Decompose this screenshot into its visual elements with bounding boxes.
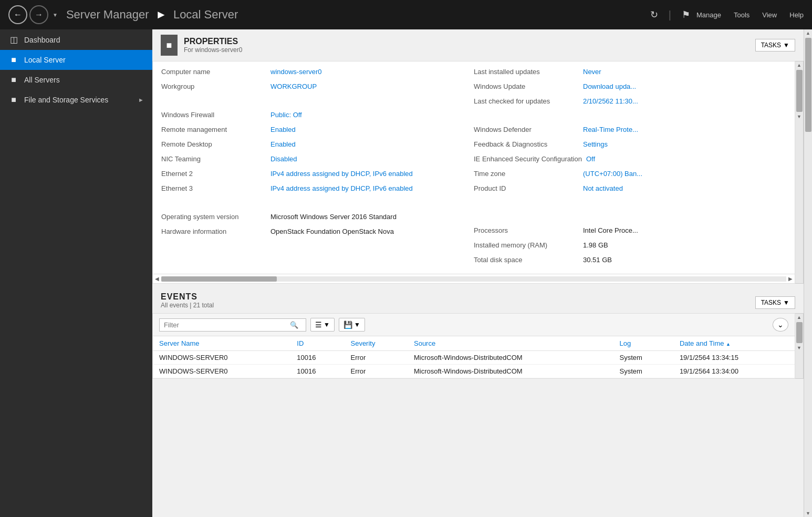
prop-label: Time zone	[474, 170, 579, 178]
events-tasks-button[interactable]: TASKS ▼	[755, 296, 795, 309]
table-row[interactable]: WINDOWS-SERVER0 10016 Error Microsoft-Wi…	[153, 351, 795, 365]
main-scroll-up-icon[interactable]: ▲	[805, 29, 811, 37]
prop-value[interactable]: Enabled	[270, 126, 296, 133]
events-v-scrollbar-thumb	[796, 322, 803, 343]
prop-value[interactable]: (UTC+07:00) Ban...	[583, 170, 642, 178]
prop-value[interactable]: Not activated	[583, 184, 623, 192]
col-label: Date and Time	[680, 339, 724, 347]
save-icon: 💾	[343, 320, 352, 329]
events-title: EVENTS	[161, 292, 214, 302]
prop-value[interactable]: Download upda...	[583, 82, 636, 90]
col-label: Severity	[350, 339, 375, 347]
col-server-name[interactable]: Server Name	[153, 336, 290, 351]
main-scroll-down-icon[interactable]: ▼	[805, 510, 811, 517]
properties-header: ■ PROPERTIES For windows-server0 TASKS ▼	[152, 29, 804, 61]
scroll-left-icon[interactable]: ◀	[153, 275, 161, 283]
scroll-right-icon[interactable]: ▶	[786, 275, 795, 283]
menu-help[interactable]: Help	[789, 11, 804, 19]
flag-icon[interactable]: ⚑	[682, 9, 690, 20]
properties-title: PROPERTIES	[184, 37, 242, 46]
menu-manage[interactable]: Manage	[696, 11, 721, 19]
cell-date-time: 19/1/2564 13:34:15	[673, 351, 795, 365]
save-button[interactable]: 💾 ▼	[339, 318, 365, 332]
prop-value[interactable]: Enabled	[270, 140, 296, 148]
forward-button[interactable]: →	[29, 5, 48, 24]
list-view-button[interactable]: ☰ ▼	[310, 318, 335, 332]
sidebar-item-local-server[interactable]: ■ Local Server	[0, 50, 152, 70]
prop-workgroup: Workgroup WORKGROUP	[161, 82, 474, 94]
prop-nic-teaming: NIC Teaming Disabled	[161, 155, 474, 167]
sidebar-item-file-storage[interactable]: ■ File and Storage Services ►	[0, 90, 152, 110]
prop-label: Last installed updates	[474, 68, 579, 76]
scroll-up-icon[interactable]: ▲	[796, 61, 803, 69]
prop-last-checked: Last checked for updates 2/10/2562 11:30…	[474, 97, 786, 109]
back-button[interactable]: ←	[8, 5, 27, 24]
menu-view[interactable]: View	[762, 11, 777, 19]
cell-source: Microsoft-Windows-DistributedCOM	[408, 365, 613, 378]
cell-source: Microsoft-Windows-DistributedCOM	[408, 351, 613, 365]
prop-divider	[161, 199, 474, 210]
file-storage-icon: ■	[8, 95, 19, 105]
prop-windows-update: Windows Update Download upda...	[474, 82, 786, 94]
events-section: EVENTS All events | 21 total TASKS ▼	[152, 284, 804, 379]
cell-server-name: WINDOWS-SERVER0	[153, 351, 290, 365]
app-title: Server Manager ► Local Server	[66, 8, 644, 22]
prop-value[interactable]: Disabled	[270, 155, 297, 163]
current-page: Local Server	[173, 8, 238, 21]
col-id[interactable]: ID	[290, 336, 344, 351]
prop-value[interactable]: Settings	[583, 140, 608, 148]
scroll-down-icon[interactable]: ▼	[796, 113, 803, 120]
sidebar-item-dashboard[interactable]: ◫ Dashboard	[0, 29, 152, 50]
events-table-body: WINDOWS-SERVER0 10016 Error Microsoft-Wi…	[153, 351, 795, 378]
prop-value[interactable]: Off	[586, 155, 595, 163]
local-server-icon: ■	[8, 55, 19, 65]
properties-tasks-button[interactable]: TASKS ▼	[755, 39, 795, 51]
prop-label: Processors	[474, 226, 579, 234]
main-layout: ◫ Dashboard ■ Local Server ■ All Servers…	[0, 29, 812, 517]
events-scroll-down-icon[interactable]: ▼	[796, 344, 803, 351]
prop-defender: Windows Defender Real-Time Prote...	[474, 126, 786, 137]
prop-label: Last checked for updates	[474, 97, 579, 105]
prop-value[interactable]: Never	[583, 68, 601, 76]
menu-tools[interactable]: Tools	[734, 11, 749, 19]
events-scroll-up-icon[interactable]: ▲	[796, 314, 803, 321]
filter-input[interactable]	[160, 319, 286, 331]
prop-label: Product ID	[474, 184, 579, 192]
list-icon: ☰	[315, 320, 322, 329]
prop-value: 1.98 GB	[583, 241, 608, 249]
sidebar-item-all-servers[interactable]: ■ All Servers	[0, 70, 152, 90]
prop-value[interactable]: WORKGROUP	[270, 82, 317, 90]
v-scrollbar-thumb	[796, 70, 803, 112]
search-icon[interactable]: 🔍	[286, 319, 303, 331]
prop-value[interactable]: windows-server0	[270, 68, 322, 76]
prop-label: Remote management	[161, 126, 266, 133]
col-log[interactable]: Log	[613, 336, 673, 351]
prop-value[interactable]: IPv4 address assigned by DHCP, IPv6 enab…	[270, 170, 413, 178]
collapse-button[interactable]: ⌄	[773, 318, 788, 332]
prop-remote-desktop: Remote Desktop Enabled	[161, 140, 474, 152]
save-dropdown-icon: ▼	[354, 321, 360, 328]
prop-label: Installed memory (RAM)	[474, 241, 579, 249]
events-tasks-label: TASKS	[761, 299, 781, 306]
sidebar-item-label: Local Server	[24, 56, 66, 64]
prop-firewall: Windows Firewall Public: Off	[161, 111, 474, 122]
prop-value: Intel Core Proce...	[583, 226, 638, 234]
prop-hardware: Hardware information OpenStack Foundatio…	[161, 228, 474, 239]
table-row[interactable]: WINDOWS-SERVER0 10016 Error Microsoft-Wi…	[153, 365, 795, 378]
nav-dropdown[interactable]: ▼	[50, 12, 60, 18]
prop-value[interactable]: Real-Time Prote...	[583, 126, 638, 133]
col-source[interactable]: Source	[408, 336, 613, 351]
prop-disk: Total disk space 30.51 GB	[474, 256, 786, 267]
prop-label: Windows Firewall	[161, 111, 266, 119]
prop-value[interactable]: Public: Off	[270, 111, 302, 119]
col-severity[interactable]: Severity	[344, 336, 408, 351]
refresh-icon[interactable]: ↻	[650, 9, 658, 20]
prop-value[interactable]: 2/10/2562 11:30...	[583, 97, 638, 105]
prop-label: Total disk space	[474, 256, 579, 264]
nav-controls: ← → ▼	[8, 5, 60, 24]
col-date-time[interactable]: Date and Time	[673, 336, 795, 351]
prop-value[interactable]: IPv4 address assigned by DHCP, IPv6 enab…	[270, 184, 413, 192]
cell-id: 10016	[290, 351, 344, 365]
titlebar: ← → ▼ Server Manager ► Local Server ↻ | …	[0, 0, 812, 29]
prop-divider	[161, 97, 474, 108]
